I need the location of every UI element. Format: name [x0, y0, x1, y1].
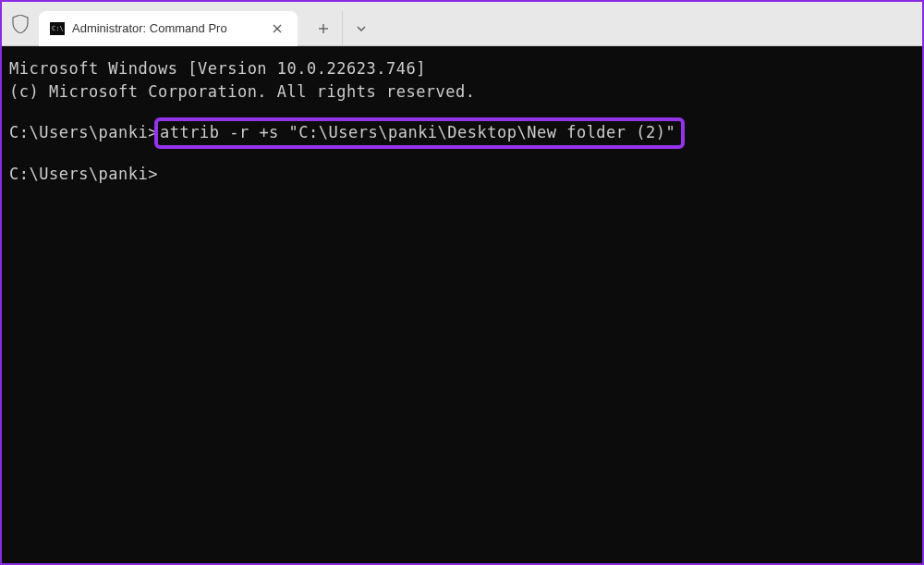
- command-highlight: attrib -r +s "C:\Users\panki\Desktop\New…: [154, 117, 685, 149]
- command-text: attrib -r +s "C:\Users\panki\Desktop\New…: [160, 123, 675, 141]
- prompt-path: C:\Users\panki>: [9, 123, 158, 141]
- close-tab-button[interactable]: [268, 19, 286, 38]
- terminal-window: C:\ Administrator: Command Pro: [2, 2, 922, 563]
- cmd-icon: C:\: [50, 21, 65, 36]
- tab-dropdown-button[interactable]: [342, 11, 379, 46]
- new-tab-button[interactable]: [305, 11, 342, 46]
- tab-title: Administrator: Command Pro: [72, 21, 261, 35]
- svg-text:C:\: C:\: [52, 25, 64, 32]
- prompt-path: C:\Users\panki>: [9, 163, 915, 186]
- active-tab[interactable]: C:\ Administrator: Command Pro: [39, 11, 298, 46]
- shield-icon: [2, 2, 39, 45]
- copyright-line: (c) Microsoft Corporation. All rights re…: [9, 80, 915, 104]
- titlebar: C:\ Administrator: Command Pro: [2, 2, 922, 46]
- titlebar-buttons: [305, 2, 379, 45]
- version-line: Microsoft Windows [Version 10.0.22623.74…: [9, 57, 915, 80]
- terminal-body[interactable]: Microsoft Windows [Version 10.0.22623.74…: [2, 46, 922, 563]
